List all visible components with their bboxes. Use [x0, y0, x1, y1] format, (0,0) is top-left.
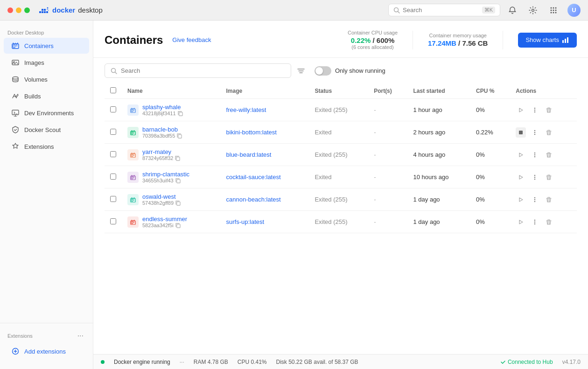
svg-point-9	[532, 9, 534, 11]
row-checkbox-cell[interactable]	[105, 144, 122, 166]
container-search-wrap[interactable]	[105, 63, 291, 78]
copy-id-button[interactable]	[175, 156, 180, 161]
row-checkbox[interactable]	[110, 106, 116, 112]
container-search-input[interactable]	[121, 67, 285, 74]
more-options-button[interactable]	[530, 150, 540, 160]
image-link[interactable]: blue-beard:latest	[226, 151, 272, 158]
sidebar-item-builds[interactable]: Builds	[4, 88, 89, 104]
more-options-button[interactable]	[530, 105, 540, 115]
container-name-link[interactable]: barnacle-bob	[142, 126, 182, 133]
row-checkbox-cell[interactable]	[105, 121, 122, 144]
row-cpu-cell: 0.22%	[470, 121, 510, 144]
svg-point-98	[534, 197, 535, 198]
engine-more-button[interactable]: ···	[180, 359, 184, 365]
cpu-value: 0.22%	[476, 129, 493, 136]
row-checkbox-cell[interactable]	[105, 166, 122, 188]
more-options-button[interactable]	[530, 195, 540, 205]
sidebar-item-docker-scout[interactable]: Docker Scout	[4, 122, 89, 138]
more-options-button[interactable]	[530, 127, 540, 138]
cpu-value: 0%	[476, 218, 485, 225]
image-link[interactable]: cannon-beach:latest	[226, 196, 281, 203]
image-link[interactable]: free-willy:latest	[226, 106, 266, 113]
svg-point-18	[555, 12, 557, 13]
delete-button[interactable]	[544, 195, 554, 205]
start-button[interactable]	[516, 195, 526, 205]
sidebar-section-label: Docker Desktop	[0, 26, 93, 37]
delete-button[interactable]	[544, 217, 554, 227]
user-avatar[interactable]: U	[567, 4, 581, 17]
delete-button[interactable]	[544, 105, 554, 115]
sidebar-item-containers[interactable]: Containers	[4, 38, 89, 54]
row-checkbox[interactable]	[110, 174, 116, 180]
svg-rect-102	[132, 222, 133, 223]
settings-icon[interactable]	[526, 4, 539, 17]
sidebar-item-add-extensions[interactable]: Add extensions	[4, 343, 89, 359]
svg-point-15	[555, 9, 557, 11]
row-checkbox-cell[interactable]	[105, 211, 122, 233]
give-feedback-link[interactable]: Give feedback	[172, 36, 211, 43]
row-checkbox[interactable]	[110, 129, 116, 135]
extensions-more-button[interactable]: ···	[76, 331, 85, 341]
delete-button[interactable]	[544, 127, 554, 138]
row-last-started-cell: 10 hours ago	[407, 166, 470, 188]
row-checkbox[interactable]	[110, 218, 116, 224]
cpu-sublabel: (6 cores allocated)	[348, 44, 398, 50]
copy-id-button[interactable]	[177, 133, 182, 139]
container-id: 43218j8ijf3411	[142, 111, 183, 116]
row-checkbox[interactable]	[110, 196, 116, 202]
maximize-button[interactable]	[24, 7, 30, 13]
checkmark-icon	[500, 359, 506, 365]
stop-button[interactable]	[516, 127, 526, 138]
image-link[interactable]: surfs-up:latest	[226, 218, 265, 225]
only-show-running-toggle[interactable]	[315, 66, 331, 76]
minimize-button[interactable]	[16, 7, 21, 13]
start-button[interactable]	[516, 150, 526, 160]
copy-id-button[interactable]	[178, 111, 183, 116]
row-cpu-cell: 0%	[470, 211, 510, 233]
col-checkbox[interactable]	[105, 84, 122, 99]
container-name-link[interactable]: yarr-matey	[142, 148, 180, 155]
apps-icon[interactable]	[547, 4, 560, 17]
sidebar-item-builds-label: Builds	[24, 93, 41, 100]
sidebar-item-extensions[interactable]: Extensions	[4, 139, 89, 154]
delete-button[interactable]	[544, 172, 554, 182]
close-button[interactable]	[7, 7, 13, 13]
global-search-input[interactable]	[403, 7, 479, 14]
port-value: -	[374, 174, 376, 181]
sidebar-item-dev-environments[interactable]: Dev Environments	[4, 105, 89, 121]
port-value: -	[374, 196, 376, 203]
container-name-link[interactable]: shrimp-clamtastic	[142, 171, 189, 178]
row-checkbox-cell[interactable]	[105, 99, 122, 121]
last-started-value: 1 day ago	[413, 218, 440, 225]
image-link[interactable]: cocktail-sauce:latest	[226, 174, 281, 181]
row-checkbox-cell[interactable]	[105, 188, 122, 211]
more-options-button[interactable]	[530, 217, 540, 227]
svg-rect-39	[567, 37, 568, 43]
copy-id-button[interactable]	[175, 178, 181, 183]
show-charts-button[interactable]: Show charts	[518, 33, 577, 48]
container-name-link[interactable]: endless-summer	[142, 216, 187, 223]
container-name-link[interactable]: splashy-whale	[142, 104, 183, 111]
col-cpu: CPU %	[470, 84, 510, 99]
sidebar-item-images[interactable]: Images	[4, 55, 89, 70]
more-options-button[interactable]	[530, 172, 540, 182]
start-button[interactable]	[516, 172, 526, 182]
copy-id-button[interactable]	[175, 223, 181, 228]
sidebar-item-volumes[interactable]: Volumes	[4, 71, 89, 87]
global-search[interactable]: ⌘K	[388, 4, 500, 16]
row-image-cell: cocktail-sauce:latest	[221, 166, 309, 188]
extensions-section-label: Extensions	[7, 333, 33, 339]
traffic-lights	[7, 7, 30, 13]
cpu-stat-bar: CPU 0.41%	[238, 359, 267, 365]
image-link[interactable]: bikini-bottom:latest	[226, 129, 277, 136]
copy-id-button[interactable]	[175, 201, 181, 206]
notifications-icon[interactable]	[506, 4, 519, 17]
select-all-checkbox[interactable]	[110, 87, 116, 93]
row-checkbox[interactable]	[110, 151, 116, 157]
container-name-link[interactable]: oswald-west	[142, 193, 181, 200]
delete-button[interactable]	[544, 150, 554, 160]
cpu-highlight: 0.22%	[351, 36, 371, 44]
start-button[interactable]	[516, 217, 526, 227]
start-button[interactable]	[516, 105, 526, 115]
filter-button[interactable]	[297, 67, 305, 75]
